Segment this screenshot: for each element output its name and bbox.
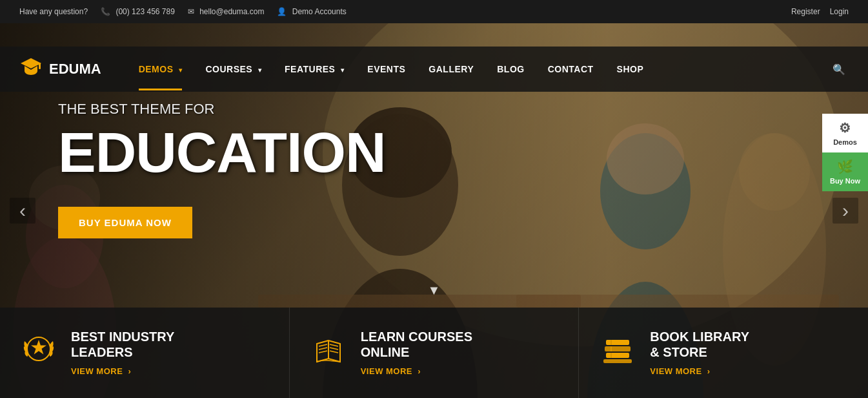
graduation-cap-icon — [19, 56, 43, 79]
carousel-arrow-left[interactable]: ‹ — [10, 198, 35, 224]
nav-link-features[interactable]: FEATURES ▾ — [273, 48, 356, 90]
feature-link-courses[interactable]: VIEW MORE › — [361, 366, 421, 376]
nav-item-shop[interactable]: SHOP — [605, 48, 656, 90]
hero-section: EDUMA DEMOS ▾ COURSES ▾ FEATURES ▾ EVENT… — [0, 23, 868, 398]
buy-now-panel-button[interactable]: 🌿 Buy Now — [822, 152, 868, 191]
nav-link-blog[interactable]: BLOG — [485, 48, 536, 90]
book-svg — [309, 331, 348, 370]
nav-link-events[interactable]: EVENTS — [356, 48, 417, 90]
book-icon — [309, 331, 348, 375]
question-text: Have any question? — [19, 7, 88, 16]
email-address[interactable]: ✉ hello@eduma.com — [188, 7, 265, 16]
features-strip: BEST INDUSTRYLEADERS VIEW MORE › — [0, 308, 868, 398]
svg-rect-19 — [605, 346, 631, 351]
svg-rect-18 — [606, 340, 629, 345]
feature-item-library[interactable]: BOOK LIBRARY& STORE VIEW MORE › — [579, 308, 868, 398]
phone-icon: 📞 — [101, 7, 110, 16]
arrow-icon: › — [707, 366, 711, 376]
cta-button[interactable]: BUY EDUMA NOW — [58, 207, 192, 238]
nav-menu: DEMOS ▾ COURSES ▾ FEATURES ▾ EVENTS GALL… — [127, 48, 829, 90]
nav-item-features[interactable]: FEATURES ▾ — [273, 48, 356, 90]
demos-panel-label: Demos — [833, 138, 857, 146]
chevron-down-icon: ▾ — [258, 67, 262, 74]
login-link[interactable]: Login — [830, 7, 849, 16]
logo[interactable]: EDUMA — [19, 56, 101, 83]
nav-item-courses[interactable]: COURSES ▾ — [194, 48, 273, 90]
feature-item-courses[interactable]: LEARN COURSESONLINE VIEW MORE › — [290, 308, 580, 398]
feature-text-industry: BEST INDUSTRYLEADERS VIEW MORE › — [71, 329, 174, 377]
award-svg — [19, 331, 58, 370]
svg-rect-20 — [606, 353, 629, 358]
chevron-down-icon: ▾ — [341, 67, 345, 74]
nav-link-gallery[interactable]: GALLERY — [417, 48, 485, 90]
award-icon — [19, 331, 58, 375]
nav-link-contact[interactable]: CONTACT — [536, 48, 605, 90]
user-icon: 👤 — [277, 7, 287, 16]
gear-icon: ⚙ — [839, 120, 851, 136]
nav-link-shop[interactable]: SHOP — [605, 48, 656, 90]
buy-now-label: Buy Now — [830, 177, 860, 185]
logo-icon — [19, 56, 43, 83]
feature-title-industry: BEST INDUSTRYLEADERS — [71, 329, 174, 360]
books-icon — [598, 331, 637, 375]
svg-marker-17 — [31, 340, 46, 354]
hero-content: THE BEST THEME FOR EDUCATION BUY EDUMA N… — [58, 101, 386, 238]
feature-text-courses: LEARN COURSESONLINE VIEW MORE › — [361, 329, 472, 377]
top-bar-left: Have any question? 📞 (00) 123 456 789 ✉ … — [19, 7, 347, 16]
feature-title-library: BOOK LIBRARY& STORE — [650, 329, 749, 360]
feature-link-industry[interactable]: VIEW MORE › — [71, 366, 131, 376]
demo-accounts-link[interactable]: 👤 Demo Accounts — [277, 7, 346, 16]
feature-text-library: BOOK LIBRARY& STORE VIEW MORE › — [650, 329, 749, 377]
leaf-icon: 🌿 — [837, 159, 853, 174]
nav-item-demos[interactable]: DEMOS ▾ — [127, 48, 194, 90]
demos-panel-button[interactable]: ⚙ Demos — [822, 114, 868, 152]
hero-subtitle: THE BEST THEME FOR — [58, 101, 386, 118]
feature-link-library[interactable]: VIEW MORE › — [650, 366, 710, 376]
scroll-indicator[interactable]: ▼ — [428, 283, 441, 298]
top-bar-right: Register Login — [791, 7, 849, 16]
nav-link-courses[interactable]: COURSES ▾ — [194, 48, 273, 90]
nav-link-demos[interactable]: DEMOS ▾ — [127, 48, 194, 90]
chevron-down-icon: ▾ — [179, 67, 183, 74]
nav-item-blog[interactable]: BLOG — [485, 48, 536, 90]
books-svg — [598, 331, 637, 370]
search-icon[interactable]: 🔍 — [829, 60, 849, 79]
logo-text: EDUMA — [49, 61, 101, 78]
top-bar: Have any question? 📞 (00) 123 456 789 ✉ … — [0, 0, 868, 23]
side-panel: ⚙ Demos 🌿 Buy Now — [822, 114, 868, 191]
svg-rect-21 — [603, 359, 632, 363]
carousel-arrow-right[interactable]: › — [833, 198, 858, 224]
feature-title-courses: LEARN COURSESONLINE — [361, 329, 472, 360]
nav-item-gallery[interactable]: GALLERY — [417, 48, 485, 90]
feature-item-industry[interactable]: BEST INDUSTRYLEADERS VIEW MORE › — [0, 308, 290, 398]
phone-number[interactable]: 📞 (00) 123 456 789 — [101, 7, 175, 16]
nav-item-events[interactable]: EVENTS — [356, 48, 417, 90]
navbar: EDUMA DEMOS ▾ COURSES ▾ FEATURES ▾ EVENT… — [0, 47, 868, 92]
hero-title: EDUCATION — [58, 124, 386, 181]
arrow-icon: › — [128, 366, 131, 376]
email-icon: ✉ — [188, 7, 194, 16]
arrow-icon: › — [418, 366, 421, 376]
svg-rect-15 — [39, 63, 41, 69]
register-link[interactable]: Register — [791, 7, 820, 16]
nav-item-contact[interactable]: CONTACT — [536, 48, 605, 90]
